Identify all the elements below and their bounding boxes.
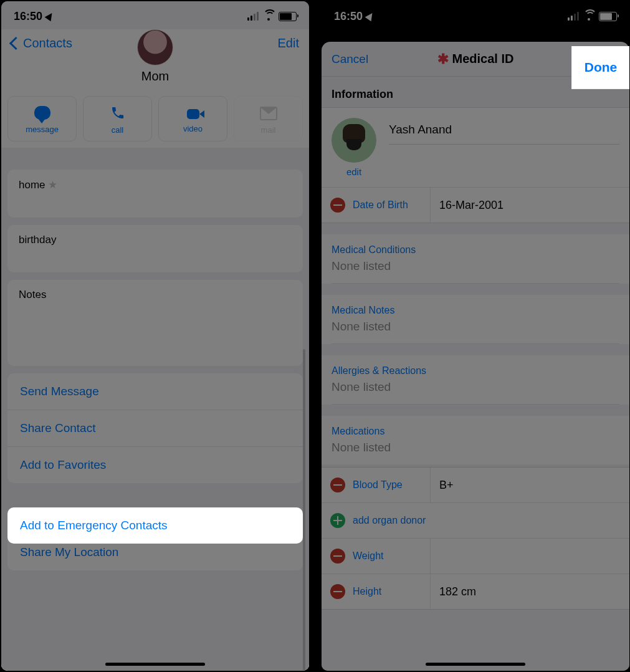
weight-label: Weight [353, 550, 384, 562]
medications-label: Medications [322, 416, 629, 441]
home-label: home [19, 179, 45, 191]
call-button[interactable]: call [83, 96, 152, 142]
edit-button[interactable]: Edit [278, 36, 299, 50]
profile-block: edit Yash Anand Date of Birth 16-Mar-200… [322, 107, 629, 223]
action-row: message call video mail [1, 90, 309, 148]
dob-value[interactable]: 16-Mar-2001 [431, 189, 629, 222]
battery-icon [599, 12, 617, 21]
notes-label: Notes [19, 289, 292, 301]
mail-icon [260, 107, 277, 120]
message-icon [34, 106, 50, 120]
birthday-field[interactable]: birthday [7, 225, 303, 272]
remove-icon[interactable] [330, 549, 345, 564]
allergies-label: Allergies & Reactions [322, 355, 629, 380]
conditions-value[interactable]: None listed [322, 259, 629, 283]
height-row[interactable]: Height 182 cm [322, 574, 629, 609]
call-icon [110, 105, 125, 120]
medical-id-sheet: Cancel ✱ Medical ID Done Information edi… [322, 42, 629, 671]
video-label: video [183, 124, 203, 133]
medical-star-icon: ✱ [437, 51, 449, 67]
scroll-indicator [303, 349, 305, 671]
mail-label: mail [261, 125, 276, 135]
location-icon [45, 11, 55, 22]
send-message-row[interactable]: Send Message [7, 373, 303, 410]
contact-avatar[interactable] [137, 29, 173, 65]
add-icon[interactable] [330, 513, 345, 528]
done-button[interactable]: Done [571, 46, 629, 89]
signal-icon [568, 12, 579, 21]
share-contact-row[interactable]: Share Contact [7, 410, 303, 447]
home-indicator[interactable] [105, 663, 205, 666]
video-button[interactable]: video [158, 96, 227, 142]
birthday-label: birthday [19, 234, 292, 246]
location-icon [365, 11, 376, 22]
add-emergency-row[interactable]: Add to Emergency Contacts [7, 507, 303, 544]
back-label: Contacts [23, 36, 72, 50]
name-field[interactable]: Yash Anand [389, 118, 619, 145]
notes-field[interactable]: Notes [7, 280, 303, 366]
star-icon: ★ [48, 179, 57, 191]
cancel-button[interactable]: Cancel [332, 52, 368, 66]
blood-label: Blood Type [353, 479, 403, 491]
allergies-value[interactable]: None listed [322, 380, 629, 404]
home-field[interactable]: home★ [7, 170, 303, 218]
modal-title: Medical ID [452, 52, 514, 66]
dob-row[interactable]: Date of Birth 16-Mar-2001 [322, 187, 629, 223]
add-favorites-row[interactable]: Add to Favorites [7, 447, 303, 483]
blood-row[interactable]: Blood Type B+ [322, 468, 629, 502]
back-button[interactable]: Contacts [11, 36, 72, 50]
right-phone: 16:50 Cancel ✱ Medical ID Done Informati… [322, 1, 629, 671]
signal-icon [247, 12, 259, 21]
status-time: 16:50 [334, 10, 363, 23]
wifi-icon [263, 12, 274, 21]
status-bar: 16:50 [1, 1, 309, 31]
remove-icon[interactable] [330, 478, 345, 492]
organ-row[interactable]: add organ donor [322, 502, 629, 538]
profile-avatar[interactable] [332, 118, 376, 163]
weight-value[interactable] [431, 546, 629, 566]
contact-name: Mom [1, 69, 309, 84]
blood-value[interactable]: B+ [431, 469, 629, 502]
notes-value[interactable]: None listed [322, 320, 629, 343]
left-phone: 16:50 Contacts Edit Mom [1, 1, 309, 671]
status-time: 16:50 [14, 10, 42, 23]
call-label: call [112, 125, 124, 135]
remove-icon[interactable] [330, 584, 345, 599]
organ-label: add organ donor [353, 515, 426, 526]
home-indicator[interactable] [426, 663, 525, 666]
height-value[interactable]: 182 cm [431, 575, 629, 608]
conditions-label: Medical Conditions [322, 234, 629, 259]
mail-button: mail [234, 96, 303, 142]
weight-row[interactable]: Weight [322, 538, 629, 574]
edit-photo-link[interactable]: edit [332, 166, 376, 177]
battery-icon [279, 12, 297, 21]
actions-list: Send Message Share Contact Add to Favori… [7, 373, 303, 483]
medications-value[interactable]: None listed [322, 441, 629, 464]
dob-label: Date of Birth [353, 199, 408, 211]
message-label: message [26, 125, 59, 134]
message-button[interactable]: message [7, 96, 77, 142]
wifi-icon [583, 12, 594, 21]
remove-icon[interactable] [330, 198, 345, 213]
video-icon [187, 109, 199, 119]
status-bar: 16:50 [322, 1, 629, 31]
chevron-left-icon [9, 37, 22, 50]
height-label: Height [353, 586, 381, 597]
notes-label: Medical Notes [322, 295, 629, 320]
